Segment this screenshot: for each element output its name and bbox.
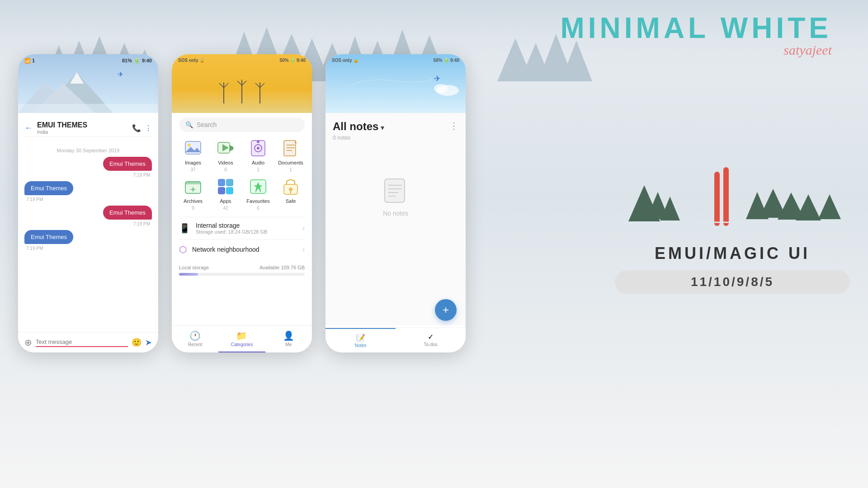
- favourites-icon: [248, 177, 268, 197]
- message-input[interactable]: [36, 338, 128, 347]
- nav-todos[interactable]: ✓ To-dos: [396, 328, 466, 352]
- svg-rect-67: [326, 54, 466, 113]
- archives-label: Archives: [184, 198, 203, 204]
- internal-storage-item[interactable]: 📱 Internal storage Storage used: 18.24 G…: [179, 217, 305, 239]
- windmill-decoration: [215, 79, 269, 106]
- ski-illustration: [619, 136, 845, 226]
- audio-icon: [248, 138, 268, 158]
- svg-rect-81: [723, 167, 729, 226]
- phone2-header: SOS only 🔒 50% 🔋 9:40: [172, 54, 312, 113]
- images-label: Images: [185, 160, 201, 165]
- file-item-videos[interactable]: Videos 0: [212, 138, 240, 172]
- phone1-status-left: 📶 1: [24, 58, 35, 64]
- svg-rect-60: [218, 187, 225, 194]
- message-bubble-in-1: Emui Themes: [24, 181, 73, 195]
- network-icon: ⬡: [179, 244, 187, 255]
- nav-me[interactable]: 👤 Me: [265, 326, 312, 352]
- svg-rect-58: [218, 179, 225, 186]
- phone1-status-right: 81% 🔋 9:40: [122, 58, 152, 64]
- apps-icon: [216, 177, 236, 197]
- favourites-count: 0: [257, 206, 259, 211]
- phone-storage-icon: 📱: [179, 223, 190, 234]
- no-notes-icon: [382, 177, 409, 204]
- videos-count: 0: [224, 167, 227, 172]
- file-grid: Images 37 Videos 0: [179, 138, 305, 211]
- network-chevron: ›: [302, 245, 305, 253]
- audio-count: 1: [257, 167, 259, 172]
- file-item-archives[interactable]: Archives 0: [179, 177, 207, 211]
- phone2-status-left: SOS only 🔒: [178, 58, 205, 63]
- file-item-favourites[interactable]: Favourites 0: [244, 177, 272, 211]
- phone3-status-left: SOS only 🔒: [332, 58, 359, 63]
- svg-line-35: [255, 83, 260, 88]
- nav-recent[interactable]: 🕐 Recent: [172, 326, 218, 352]
- send-button[interactable]: ➤: [145, 338, 152, 347]
- back-button[interactable]: ←: [24, 123, 33, 133]
- add-note-fab[interactable]: +: [435, 299, 457, 321]
- contact-sub: India: [37, 129, 127, 135]
- search-icon: 🔍: [185, 121, 193, 128]
- svg-point-46: [257, 147, 259, 150]
- message-input-bar: ⊕ 🙂 ➤: [18, 332, 158, 352]
- message-time-2: 7:19 PM: [26, 197, 43, 202]
- nav-notes[interactable]: 📝 Notes: [326, 328, 396, 352]
- add-button[interactable]: ⊕: [24, 337, 32, 348]
- svg-text:✈: ✈: [118, 70, 123, 78]
- all-notes-title: All notes: [333, 120, 378, 132]
- file-item-apps[interactable]: Apps 41: [212, 177, 240, 211]
- svg-text:✈: ✈: [434, 74, 441, 83]
- phone-files: SOS only 🔒 50% 🔋 9:40: [172, 54, 312, 352]
- windmill-svg: [215, 79, 269, 106]
- svg-rect-55: [185, 182, 201, 184]
- svg-rect-24: [18, 104, 158, 113]
- todos-nav-icon: ✓: [428, 333, 434, 341]
- svg-line-27: [219, 83, 224, 88]
- safe-icon: [281, 177, 301, 197]
- network-info: Network neighbourhood: [192, 246, 297, 253]
- apps-count: 41: [223, 206, 228, 211]
- images-count: 37: [190, 167, 195, 172]
- svg-point-70: [434, 84, 448, 93]
- storage-info: Internal storage Storage used: 18.24 GB/…: [196, 222, 297, 235]
- fab-plus-icon: +: [443, 304, 449, 316]
- documents-label: Documents: [278, 160, 303, 165]
- emoji-button[interactable]: 🙂: [132, 338, 142, 347]
- file-item-audio[interactable]: Audio 1: [244, 138, 272, 172]
- search-bar[interactable]: 🔍 Search: [179, 117, 305, 132]
- header-icons: 📞 ⋮: [132, 124, 152, 132]
- phone3-header: ✈ SOS only 🔒 50% 🔋 9:40: [326, 54, 466, 113]
- file-item-documents[interactable]: Documents 1: [277, 138, 305, 172]
- safe-label: Safe: [286, 198, 296, 204]
- nav-categories[interactable]: 📁 Categories: [218, 326, 265, 352]
- phone1-title-area: ← EMUI THEMES India 📞 ⋮: [18, 113, 158, 137]
- more-icon[interactable]: ⋮: [145, 124, 152, 132]
- no-notes-text: No notes: [383, 210, 408, 217]
- chat-date: Monday 30 September 2019: [24, 148, 152, 153]
- title-area: MINIMAL WHITE satyajeet: [560, 14, 832, 58]
- title-author: satyajeet: [560, 42, 832, 58]
- right-decoration: EMUI/MAGIC UI 11/10/9/8/5: [615, 136, 850, 294]
- network-neighbourhood-item[interactable]: ⬡ Network neighbourhood ›: [179, 239, 305, 259]
- phones-container: 📶 1 81% 🔋 9:40: [18, 54, 466, 352]
- archives-count: 0: [192, 206, 194, 211]
- more-options-icon[interactable]: ⋮: [449, 120, 458, 131]
- svg-point-65: [289, 188, 292, 191]
- svg-marker-85: [796, 194, 821, 221]
- svg-rect-59: [226, 179, 233, 186]
- ls-bar-fill: [179, 273, 198, 276]
- ski-scene: [615, 136, 850, 226]
- file-item-safe[interactable]: Safe: [277, 177, 305, 211]
- storage-chevron: ›: [302, 224, 305, 232]
- contact-header: ← EMUI THEMES India 📞 ⋮: [24, 117, 152, 137]
- contact-name: EMUI THEMES: [37, 121, 127, 129]
- svg-line-36: [260, 83, 264, 88]
- file-item-images[interactable]: Images 37: [179, 138, 207, 172]
- apps-label: Apps: [220, 198, 231, 204]
- videos-label: Videos: [218, 160, 233, 165]
- version-badge: 11/10/9/8/5: [615, 270, 850, 294]
- svg-line-28: [224, 83, 228, 88]
- svg-rect-48: [257, 141, 259, 143]
- svg-marker-42: [230, 145, 233, 151]
- phone2-nav: 🕐 Recent 📁 Categories 👤 Me: [172, 325, 312, 352]
- phone-icon[interactable]: 📞: [132, 124, 141, 132]
